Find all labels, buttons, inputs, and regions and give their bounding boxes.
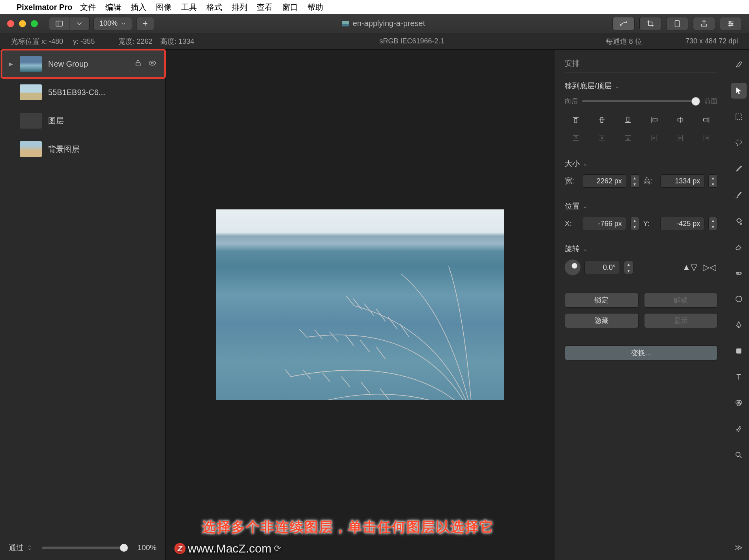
arrange-tool-icon[interactable] xyxy=(731,83,747,99)
app-name[interactable]: Pixelmator Pro xyxy=(17,3,72,12)
width-label: 宽: xyxy=(565,176,578,186)
height-label: 高度: xyxy=(160,37,176,45)
rotate-section[interactable]: 旋转⌄ xyxy=(565,244,717,254)
minimize-window-button[interactable] xyxy=(19,20,26,27)
menu-file[interactable]: 文件 xyxy=(80,2,96,13)
layer-name: 背景图层 xyxy=(48,144,80,155)
marquee-tool-icon[interactable] xyxy=(731,109,747,125)
align-left-button[interactable] xyxy=(643,113,665,127)
brush-tool-icon[interactable] xyxy=(731,187,747,203)
position-section[interactable]: 位置⌄ xyxy=(565,201,717,211)
svg-rect-25 xyxy=(704,119,708,121)
toggle-sidebar-button[interactable] xyxy=(49,17,69,30)
blend-mode-dropdown[interactable]: 通过 xyxy=(9,543,32,553)
color-adjust-tool-icon[interactable] xyxy=(731,395,747,411)
menu-edit[interactable]: 编辑 xyxy=(105,2,121,13)
eraser-tool-icon[interactable] xyxy=(731,239,747,255)
watermark: Z www.MacZ.com ⟳ xyxy=(174,542,281,555)
zoom-dropdown[interactable]: 100% xyxy=(94,17,132,30)
layer-thumb-icon xyxy=(20,113,42,129)
flip-horizontal-button[interactable]: ▲▽ xyxy=(682,262,698,273)
svg-point-3 xyxy=(626,21,627,22)
canvas-image[interactable] xyxy=(216,209,504,400)
more-tools-button[interactable]: ≫ xyxy=(734,543,743,552)
align-hcenter-button[interactable] xyxy=(669,113,691,127)
y-input[interactable]: -425 px xyxy=(660,217,704,230)
lasso-tool-icon[interactable] xyxy=(731,135,747,151)
text-tool-icon[interactable] xyxy=(731,369,747,385)
fill-tool-icon[interactable] xyxy=(731,213,747,229)
zoom-value: 100% xyxy=(99,19,118,28)
format-inspector-button[interactable] xyxy=(666,17,688,30)
move-layer-dropdown[interactable]: 移到底层/顶层⌄ xyxy=(565,81,717,91)
inspector-title: 安排 xyxy=(565,58,717,69)
share-button[interactable] xyxy=(693,17,715,30)
dist-right-button[interactable] xyxy=(695,131,717,145)
layer-order-slider[interactable] xyxy=(582,100,700,102)
add-button[interactable]: + xyxy=(136,17,154,30)
size-section[interactable]: 大小⌄ xyxy=(565,159,717,169)
width-label: 宽度: xyxy=(118,37,135,45)
hide-button[interactable]: 隐藏 xyxy=(565,313,639,328)
height-stepper[interactable]: ▲▼ xyxy=(708,174,717,188)
fullscreen-window-button[interactable] xyxy=(31,20,38,27)
show-button[interactable]: 显示 xyxy=(644,313,718,328)
menu-help[interactable]: 帮助 xyxy=(307,2,323,13)
align-right-button[interactable] xyxy=(695,113,717,127)
unlock-button[interactable]: 解锁 xyxy=(644,293,718,308)
menu-image[interactable]: 图像 xyxy=(156,2,172,13)
dist-hcenter-button[interactable] xyxy=(669,131,691,145)
x-input[interactable]: -766 px xyxy=(582,217,626,230)
x-stepper[interactable]: ▲▼ xyxy=(630,217,639,230)
lock-button[interactable]: 锁定 xyxy=(565,293,639,308)
sidebar-options-button[interactable] xyxy=(69,17,89,30)
info-strip: 光标位置 x: -480 y: -355 宽度: 2262 高度: 1334 s… xyxy=(0,33,749,50)
dist-left-button[interactable] xyxy=(643,131,665,145)
rotation-dial[interactable] xyxy=(565,259,580,275)
pen-tool-icon[interactable] xyxy=(731,317,747,333)
canvas-area[interactable]: 选择多个非连续图层，单击任何图层以选择它 Z www.MacZ.com ⟳ xyxy=(166,50,554,560)
effects-tool-icon[interactable] xyxy=(731,421,747,437)
menu-format[interactable]: 格式 xyxy=(206,2,222,13)
warp-tool-icon[interactable] xyxy=(731,291,747,307)
color-adjustments-button[interactable] xyxy=(612,17,635,30)
menu-window[interactable]: 窗口 xyxy=(282,2,298,13)
style-tool-icon[interactable] xyxy=(731,57,747,73)
menu-arrange[interactable]: 排列 xyxy=(232,2,247,13)
shape-tool-icon[interactable] xyxy=(731,343,747,359)
opacity-slider[interactable] xyxy=(42,547,128,549)
rotation-stepper[interactable]: ▲▼ xyxy=(624,261,633,274)
align-bottom-button[interactable] xyxy=(617,113,639,127)
width-stepper[interactable]: ▲▼ xyxy=(630,174,639,188)
transform-button[interactable]: 变换... xyxy=(565,345,717,360)
repair-tool-icon[interactable] xyxy=(731,265,747,281)
sidebar-toggle-seg xyxy=(49,17,90,30)
svg-rect-4 xyxy=(675,20,680,27)
layers-footer: 通过 100% xyxy=(0,535,165,560)
svg-point-57 xyxy=(736,452,740,457)
dist-bottom-button[interactable] xyxy=(617,131,639,145)
dist-top-button[interactable] xyxy=(565,131,587,145)
cursor-x-label: 光标位置 x: xyxy=(11,37,47,45)
menu-view[interactable]: 查看 xyxy=(257,2,273,13)
eyedropper-tool-icon[interactable] xyxy=(731,161,747,177)
menu-tools[interactable]: 工具 xyxy=(181,2,197,13)
tool-options-button[interactable] xyxy=(720,17,742,30)
height-input[interactable]: 1334 px xyxy=(660,174,704,188)
crop-button[interactable] xyxy=(639,17,661,30)
align-vcenter-button[interactable] xyxy=(591,113,613,127)
layer-row[interactable]: 图层 xyxy=(0,106,165,135)
dist-vcenter-button[interactable] xyxy=(591,131,613,145)
flip-vertical-button[interactable]: ▷◁ xyxy=(702,262,717,273)
align-top-button[interactable] xyxy=(565,113,587,127)
rotation-input[interactable]: 0.0° xyxy=(584,261,620,274)
zoom-tool-icon[interactable] xyxy=(731,447,747,463)
y-stepper[interactable]: ▲▼ xyxy=(708,217,717,230)
distribute-buttons-row xyxy=(565,131,717,145)
layer-row[interactable]: 55B1EB93-C6... xyxy=(0,78,165,106)
menu-insert[interactable]: 插入 xyxy=(131,2,146,13)
layer-row[interactable]: 背景图层 xyxy=(0,135,165,163)
cursor-x-value: -480 xyxy=(49,37,63,45)
width-input[interactable]: 2262 px xyxy=(582,174,626,188)
close-window-button[interactable] xyxy=(7,20,14,27)
